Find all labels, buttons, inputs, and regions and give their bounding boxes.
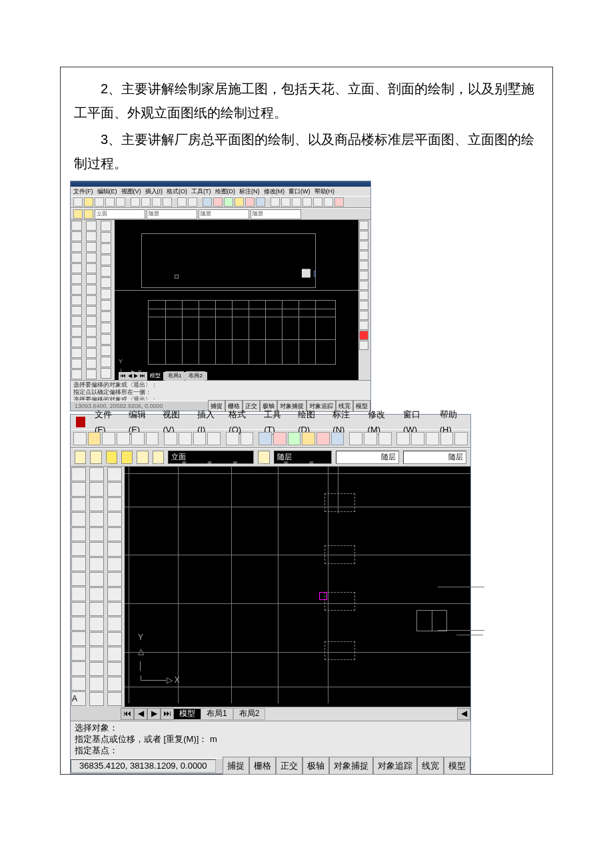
dim-tol-icon[interactable]	[107, 647, 122, 661]
dim-ang-icon[interactable]	[107, 572, 122, 586]
tab-model[interactable]: 模型	[174, 709, 201, 719]
pal-b-icon[interactable]	[359, 231, 368, 240]
ellipse-icon[interactable]	[71, 602, 86, 616]
drawing-canvas[interactable]: ⬜ ⫿ Y└──▶ X	[115, 220, 358, 380]
zoom-icon[interactable]	[292, 197, 301, 207]
dim-rad-icon[interactable]	[101, 255, 111, 265]
matchprop-icon[interactable]	[163, 197, 172, 207]
paste-icon[interactable]	[193, 432, 207, 445]
stat-grid[interactable]: 栅格	[249, 757, 276, 775]
dim-cont-icon[interactable]	[101, 311, 111, 322]
open-icon[interactable]	[88, 432, 101, 445]
fillet-icon[interactable]	[86, 359, 97, 369]
dim-qdim-icon[interactable]	[107, 587, 122, 601]
undo-icon[interactable]	[177, 197, 187, 207]
pal4-icon[interactable]	[331, 432, 344, 445]
redo-icon[interactable]	[241, 432, 254, 445]
text-icon[interactable]: A	[71, 691, 86, 706]
cut-icon[interactable]	[131, 197, 140, 207]
matchprop-icon[interactable]	[207, 432, 221, 445]
trim-icon[interactable]	[89, 602, 104, 616]
save-icon[interactable]	[102, 432, 115, 445]
print-icon[interactable]	[105, 197, 115, 207]
region-icon[interactable]	[71, 359, 82, 369]
dim-ang-icon[interactable]	[101, 277, 111, 288]
pal2-icon[interactable]	[235, 197, 244, 207]
pal3-icon[interactable]	[316, 432, 330, 445]
tab-layout1[interactable]: 布局1	[201, 708, 233, 720]
xline-icon[interactable]	[71, 482, 86, 496]
region-icon[interactable]	[71, 677, 86, 691]
dim-tol-icon[interactable]	[101, 334, 111, 345]
zoomr-icon[interactable]	[313, 197, 322, 207]
zoomp-icon[interactable]	[426, 432, 439, 445]
dim-ord-icon[interactable]	[107, 512, 122, 526]
dim-linear-icon[interactable]	[107, 467, 122, 481]
dist-icon[interactable]	[349, 432, 362, 445]
stat-snap[interactable]: 捕捉	[223, 757, 249, 775]
spline-icon[interactable]	[71, 306, 82, 316]
arc-icon[interactable]	[71, 274, 82, 284]
menu-dim[interactable]: 标注(N)	[239, 186, 260, 197]
copy-icon[interactable]	[141, 197, 151, 207]
stat-osnap[interactable]: 对象捕捉	[329, 757, 373, 775]
pal-c-icon[interactable]	[359, 241, 368, 250]
dim-dia-icon[interactable]	[107, 557, 122, 571]
arc-icon[interactable]	[71, 542, 86, 556]
layer-off-icon[interactable]	[137, 451, 148, 464]
nav-last-icon[interactable]: ⏭	[140, 371, 145, 381]
move-icon[interactable]	[89, 542, 104, 556]
prop-icon[interactable]	[273, 432, 287, 445]
layerstate-icon[interactable]	[258, 451, 269, 464]
undo-icon[interactable]	[226, 432, 239, 445]
pan-icon[interactable]	[281, 197, 291, 207]
move-icon[interactable]	[86, 274, 97, 284]
extend-icon[interactable]	[86, 327, 97, 337]
linetype-dropdown[interactable]: 随层	[147, 209, 197, 219]
nav-first-icon[interactable]: ⏮	[121, 708, 134, 720]
erase-icon[interactable]	[86, 221, 97, 231]
dim-aligned-icon[interactable]	[101, 232, 111, 243]
pal-l-icon[interactable]	[359, 341, 368, 350]
pal-icon[interactable]	[224, 197, 233, 207]
break-icon[interactable]	[86, 337, 97, 347]
nav-next-icon[interactable]: ▶	[147, 708, 161, 720]
nav-next-icon[interactable]: ▶	[134, 371, 138, 381]
find-icon[interactable]	[146, 432, 159, 445]
revcloud-icon[interactable]	[71, 572, 86, 586]
offset-icon[interactable]	[89, 512, 104, 526]
stat-polar[interactable]: 极轴	[303, 757, 329, 775]
dim-ctr-icon[interactable]	[107, 662, 122, 676]
dim-edit-icon[interactable]	[107, 677, 122, 691]
sun-icon[interactable]	[106, 451, 117, 464]
chamfer-icon[interactable]	[86, 348, 97, 358]
copy-obj-icon[interactable]	[89, 482, 104, 496]
pal-a-icon[interactable]	[359, 221, 368, 230]
polygon-icon[interactable]	[71, 253, 82, 263]
zoomr-icon[interactable]	[396, 432, 410, 445]
erase-icon[interactable]	[89, 467, 104, 481]
nav-first-icon[interactable]: ⏮	[121, 371, 126, 381]
menu-window[interactable]: 窗口(W)	[289, 186, 310, 197]
rotate-icon[interactable]	[89, 557, 104, 571]
pal-snap-x-icon[interactable]	[359, 331, 368, 340]
spline-icon[interactable]	[71, 587, 86, 601]
pal-icon[interactable]	[288, 432, 301, 445]
hscroll-left-icon[interactable]: ◀	[457, 708, 470, 720]
fillet-icon[interactable]	[89, 677, 104, 691]
dim-leader-icon[interactable]	[101, 323, 111, 333]
pal-k-icon[interactable]	[359, 321, 368, 330]
hatch-icon[interactable]	[71, 348, 82, 358]
pal2-icon[interactable]	[302, 432, 315, 445]
scale-icon[interactable]	[86, 295, 97, 305]
menu-insert[interactable]: 插入(I)	[145, 186, 163, 197]
dist-icon[interactable]	[271, 197, 280, 207]
layer-lock-icon[interactable]	[153, 451, 164, 464]
new-icon[interactable]	[73, 197, 83, 207]
dim-baseline-icon[interactable]	[101, 300, 111, 311]
lineweight-dropdown[interactable]: 随层	[199, 209, 249, 219]
open-icon[interactable]	[84, 197, 93, 207]
point-icon[interactable]	[71, 337, 82, 347]
dim-update-icon[interactable]	[107, 692, 122, 706]
text-icon[interactable]	[71, 369, 82, 379]
